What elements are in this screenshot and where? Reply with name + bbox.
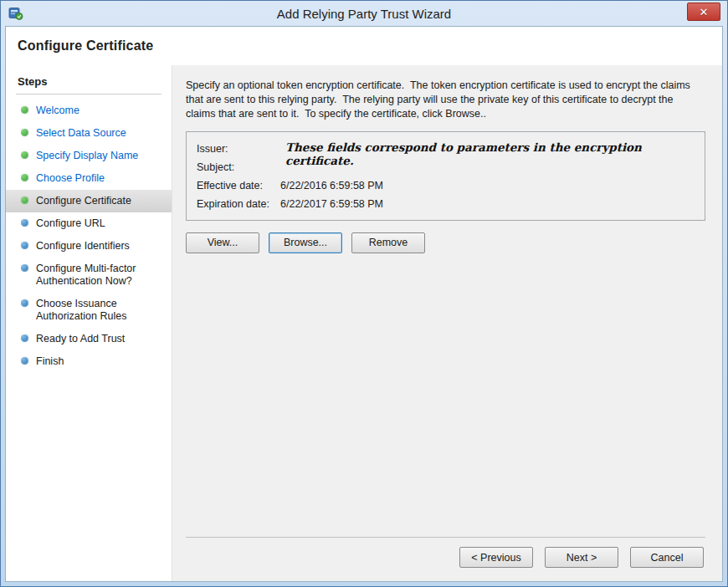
remove-button[interactable]: Remove [351,232,425,253]
step-status-icon [21,242,28,249]
step-status-icon [21,197,28,204]
wizard-footer: < Previous Next > Cancel [186,537,705,569]
step-status-icon [21,334,28,342]
step-item: Choose Issuance Authorization Rules [16,293,161,328]
step-item: Configure Identifiers [16,235,161,258]
step-label: Welcome [36,105,79,117]
step-status-icon [21,106,28,114]
content-panel: Specify an optional token encryption cer… [172,65,722,581]
browse-button[interactable]: Browse... [269,232,342,253]
step-item: Finish [16,350,161,373]
certificate-field-row: Effective date: 6/22/2016 6:59:58 PM [197,176,695,195]
certificate-groupbox: Issuer: Subject: Effective date: 6/22/20… [186,131,705,221]
close-button[interactable]: ✕ [687,3,720,21]
step-label: Configure URL [36,217,105,230]
step-label: Select Data Source [36,127,126,140]
step-label: Choose Profile [36,172,105,185]
step-label: Finish [36,355,64,368]
steps-list: Welcome Select Data Source Specify Displ… [16,100,161,373]
step-label: Specify Display Name [36,150,138,162]
field-value: 6/22/2017 6:59:58 PM [280,195,695,213]
field-label: Issuer: [197,140,280,158]
steps-sidebar: Steps Welcome Select Data Source Specify… [6,65,172,581]
step-status-icon [21,129,28,136]
main-area: Steps Welcome Select Data Source Specify… [6,65,722,581]
certificate-field-row: Expiration date: 6/22/2017 6:59:58 PM [197,195,695,213]
steps-title: Steps [16,74,161,94]
field-label: Effective date: [197,176,280,195]
field-label: Expiration date: [197,195,280,213]
step-item: Configure URL [16,212,161,235]
step-status-icon [21,357,28,365]
step-label: Configure Identifiers [36,240,130,253]
step-item[interactable]: Choose Profile [16,167,161,190]
previous-button[interactable]: < Previous [459,547,533,568]
annotation-text: These fields correspond to parameters in… [285,140,698,167]
next-button[interactable]: Next > [545,547,618,568]
page-header: Configure Certificate [6,27,722,65]
step-status-icon [21,264,28,272]
field-value: 6/22/2016 6:59:58 PM [280,176,695,195]
step-item: Configure Certificate [6,190,172,212]
certificate-buttons: View... Browse... Remove [186,232,705,253]
step-description: Specify an optional token encryption cer… [186,79,705,121]
page-title: Configure Certificate [18,38,153,54]
step-label: Configure Multi-factor Authentication No… [36,263,158,288]
step-item[interactable]: Select Data Source [16,122,161,145]
cancel-button[interactable]: Cancel [630,547,704,568]
step-item: Configure Multi-factor Authentication No… [16,258,161,293]
step-item[interactable]: Specify Display Name [16,145,161,167]
step-label: Choose Issuance Authorization Rules [36,298,158,323]
step-status-icon [21,299,28,307]
step-status-icon [21,151,28,159]
step-status-icon [21,174,28,181]
dialog-body: Configure Certificate Steps Welcome Sele… [5,26,723,582]
step-item[interactable]: Welcome [16,100,161,122]
wizard-window: Add Relying Party Trust Wizard ✕ Configu… [0,0,728,587]
step-label: Configure Certificate [36,195,131,207]
titlebar: Add Relying Party Trust Wizard ✕ [5,1,723,26]
field-label: Subject: [197,158,280,176]
step-item: Ready to Add Trust [16,328,161,350]
window-title: Add Relying Party Trust Wizard [5,7,723,21]
step-status-icon [21,219,28,227]
step-label: Ready to Add Trust [36,333,125,345]
view-button[interactable]: View... [186,232,259,253]
